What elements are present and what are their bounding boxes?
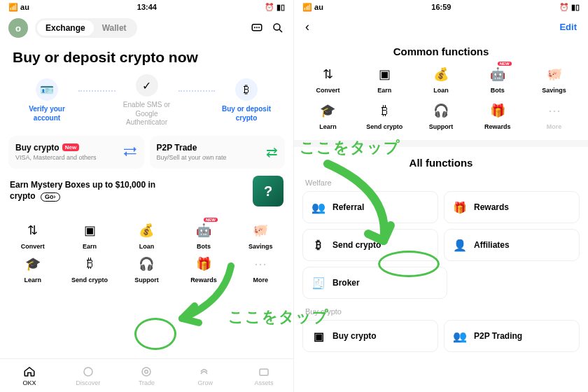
tile-row: 🧾Broker — [294, 267, 588, 304]
bots-icon: 🤖NEW — [194, 220, 214, 240]
mystery-box-banner[interactable]: Earn Mystery Boxes up to $10,000 in cryp… — [0, 169, 293, 214]
common-grid: ⇅Convert ▣Earn 💰Loan 🤖NEWBots 🐖Savings 🎓… — [294, 64, 588, 140]
broker-icon: 🧾 — [312, 276, 326, 290]
check-icon: ✓ — [136, 74, 158, 97]
rewards-icon: 🎁 — [488, 101, 507, 120]
svg-point-4 — [274, 24, 280, 30]
step-verify[interactable]: 🪪 Verify your account — [15, 78, 78, 122]
grid-loan[interactable]: 💰Loan — [120, 220, 174, 250]
grid-learn[interactable]: 🎓Learn — [6, 254, 59, 284]
welfare-subheader: Welfare — [294, 176, 588, 191]
tile-broker[interactable]: 🧾Broker — [302, 267, 447, 299]
step-dots — [78, 90, 115, 92]
tab-trade[interactable]: Trade — [118, 359, 176, 392]
grid-bots[interactable]: 🤖NEWBots — [176, 220, 230, 250]
grid-more[interactable]: ⋯More — [527, 101, 581, 130]
p2p-icon: 👥 — [453, 329, 467, 343]
grid-earn[interactable]: ▣Earn — [62, 220, 116, 250]
left-header: o Exchange Wallet — [0, 14, 293, 42]
buy-crypto-card[interactable]: Buy cryptoNew VISA, Mastercard and other… — [8, 136, 144, 169]
new-badge: NEW — [498, 62, 512, 66]
grid-convert[interactable]: ⇅Convert — [301, 64, 355, 94]
send-icon: ₿ — [374, 101, 394, 120]
svg-point-8 — [145, 370, 148, 373]
loan-icon: 💰 — [136, 220, 156, 240]
savings-icon: 🐖 — [545, 64, 564, 84]
grid-support[interactable]: 🎧Support — [414, 101, 468, 130]
onboarding-steps: 🪪 Verify your account ✓ Enable SMS or Go… — [0, 74, 293, 127]
tab-exchange[interactable]: Exchange — [37, 20, 94, 36]
new-badge: NEW — [204, 218, 218, 222]
tab-discover[interactable]: Discover — [59, 359, 118, 392]
svg-point-7 — [142, 368, 150, 376]
phone-right: 📶 au 16:59 ⏰ ▮▯ ‹ Edit Common functions … — [294, 0, 588, 392]
send-icon: ₿ — [80, 254, 99, 274]
card-sub: VISA, Mastercard and others — [15, 154, 97, 162]
convert-icon: ⇅ — [318, 64, 337, 84]
header-icons — [250, 21, 285, 35]
all-functions-title: All functions — [294, 147, 588, 176]
tile-p2p[interactable]: 👥P2P Trading — [444, 320, 580, 352]
common-functions-title: Common functions — [294, 40, 588, 64]
grid-bots[interactable]: 🤖NEWBots — [470, 64, 524, 94]
search-icon[interactable] — [271, 21, 285, 35]
grid-send[interactable]: ₿Send crypto — [358, 101, 412, 130]
grid-convert[interactable]: ⇅Convert — [6, 220, 59, 250]
status-time: 13:44 — [137, 3, 157, 11]
svg-line-5 — [279, 29, 282, 32]
card-title: Buy crypto — [15, 143, 59, 153]
id-card-icon: 🪪 — [36, 78, 58, 101]
step-deposit[interactable]: ₿ Buy or deposit crypto — [215, 78, 278, 122]
earn-icon: ▣ — [374, 64, 394, 84]
tab-assets[interactable]: Assets — [234, 359, 293, 392]
support-icon: 🎧 — [136, 254, 156, 274]
tile-buycrypto[interactable]: ▣Buy crypto — [302, 320, 438, 352]
status-bar: 📶 au 16:59 ⏰ ▮▯ — [294, 0, 588, 14]
section-divider — [294, 140, 588, 147]
back-button[interactable]: ‹ — [305, 20, 309, 34]
tab-wallet[interactable]: Wallet — [94, 20, 135, 36]
svg-point-1 — [255, 27, 255, 28]
avatar[interactable]: o — [8, 18, 28, 38]
tab-grow[interactable]: Grow — [176, 359, 234, 392]
grid-earn[interactable]: ▣Earn — [358, 64, 412, 94]
status-carrier: 📶 au — [8, 3, 29, 12]
mode-segment[interactable]: Exchange Wallet — [35, 18, 137, 38]
step-sms: ✓ Enable SMS or Google Authenticator — [115, 74, 178, 127]
grid-loan[interactable]: 💰Loan — [414, 64, 468, 94]
grid-learn[interactable]: 🎓Learn — [301, 101, 355, 130]
status-right: ⏰ ▮▯ — [559, 3, 580, 12]
tile-send[interactable]: ₿Send crypto — [302, 229, 438, 261]
status-right: ⏰ ▮▯ — [265, 3, 285, 12]
edit-button[interactable]: Edit — [559, 22, 577, 32]
tab-okx[interactable]: OKX — [0, 359, 59, 392]
convert-icon: ⇅ — [23, 220, 43, 240]
step-dots — [178, 90, 216, 92]
grid-send[interactable]: ₿Send crypto — [62, 254, 116, 284]
chat-icon[interactable] — [250, 21, 264, 35]
tile-affiliates[interactable]: 👤Affiliates — [444, 229, 580, 261]
send-icon: ₿ — [312, 238, 326, 252]
status-time: 16:59 — [431, 3, 451, 11]
grid-savings[interactable]: 🐖Savings — [234, 220, 288, 250]
bottom-tabbar: OKX Discover Trade Grow Assets — [0, 358, 293, 392]
status-carrier: 📶 au — [302, 3, 323, 12]
learn-icon: 🎓 — [318, 101, 337, 120]
grid-rewards[interactable]: 🎁Rewards — [176, 254, 230, 284]
grid-savings[interactable]: 🐖Savings — [527, 64, 581, 94]
learn-icon: 🎓 — [23, 254, 43, 274]
earn-icon: ▣ — [80, 220, 99, 240]
p2p-card[interactable]: P2P Trade Buy/Sell at your own rate ⇄ — [150, 136, 286, 169]
tile-row: ▣Buy crypto 👥P2P Trading — [294, 320, 588, 358]
tile-rewards[interactable]: 🎁Rewards — [444, 191, 580, 223]
svg-rect-9 — [260, 369, 268, 375]
grid-rewards[interactable]: 🎁Rewards — [470, 101, 524, 130]
tile-referral[interactable]: 👥Referral — [302, 191, 438, 223]
loan-icon: 💰 — [431, 64, 451, 84]
referral-icon: 👥 — [312, 200, 326, 214]
go-badge: Go› — [41, 192, 60, 202]
promo-cards: Buy cryptoNew VISA, Mastercard and other… — [0, 127, 293, 169]
grid-support[interactable]: 🎧Support — [120, 254, 174, 284]
svg-point-2 — [257, 27, 258, 28]
grid-more[interactable]: ⋯More — [234, 254, 288, 284]
